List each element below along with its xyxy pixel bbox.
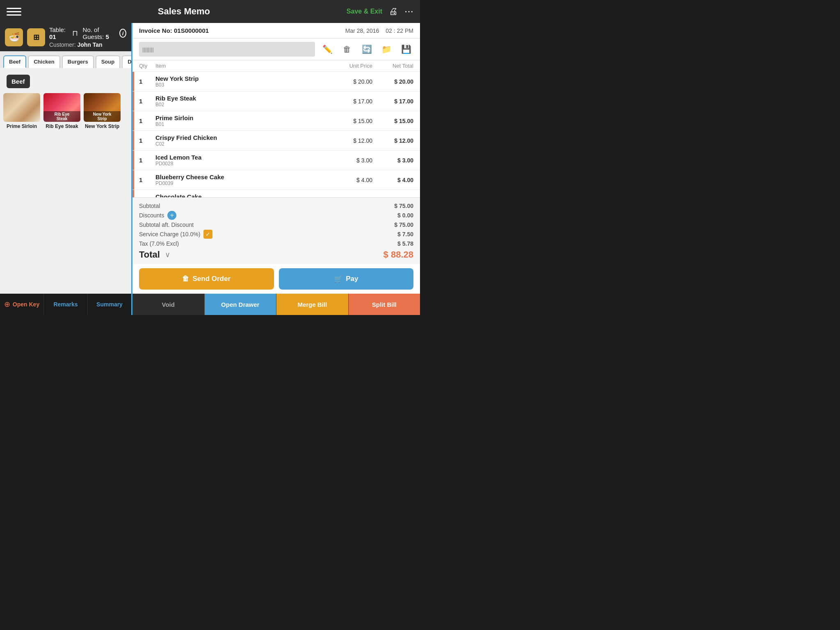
info-icon[interactable]: i — [119, 29, 126, 38]
tab-chicken[interactable]: Chicken — [28, 55, 60, 68]
total-row: Total ∨ $ 88.28 — [139, 249, 413, 260]
rib-eye-image: Rib EyeSteak — [43, 93, 80, 122]
merge-bill-label: Merge Bill — [297, 301, 327, 308]
menu-button[interactable] — [7, 8, 21, 16]
invoice-row-rib-eye[interactable]: 1 Rib Eye Steak B02 $ 17.00 $ 17.00 — [132, 91, 420, 111]
tax-row: Tax (7.0% Excl) $ 5.78 — [139, 240, 413, 248]
remarks-button[interactable]: Remarks — [44, 294, 88, 315]
food-item-rib-eye-steak[interactable]: Rib EyeSteak Rib Eye Steak — [43, 93, 80, 129]
prime-sirloin-name: Prime Sirloin — [7, 123, 37, 129]
left-panel: 🍜 ⊞ Table: 01 ⊓ No. of Guests: 5 i Custo… — [0, 23, 131, 315]
invoice-row-crispy-chicken[interactable]: 1 Crispy Fried Chicken C02 $ 12.00 $ 12.… — [132, 131, 420, 151]
qty-rib-eye: 1 — [139, 98, 155, 105]
save-exit-button[interactable]: Save & Exit — [347, 8, 382, 15]
total-value: $ 88.28 — [383, 249, 413, 260]
invoice-row-chocolate-cake[interactable]: 1 Chocolate Cake PD0038 $ 4.00 $ 4.00 — [132, 190, 420, 197]
invoice-row-blueberry-cake[interactable]: 1 Blueberry Cheese Cake PD0039 $ 4.00 $ … — [132, 170, 420, 190]
discounts-label: Discounts + — [139, 211, 176, 220]
subtotal-label: Subtotal — [139, 203, 160, 209]
food-item-new-york-strip[interactable]: New YorkStrip New York Strip — [84, 93, 121, 129]
qty-ny-strip: 1 — [139, 78, 155, 85]
price-crispy-chicken: $ 12.00 — [331, 137, 372, 144]
invoice-toolbar: ✏️ 🗑 🔄 📁 💾 — [132, 39, 420, 60]
guests-count: 5 — [105, 33, 109, 40]
folder-icon[interactable]: 📁 — [379, 42, 394, 57]
discounts-value: $ 0.00 — [397, 212, 413, 219]
open-key-label: Open Key — [13, 301, 39, 308]
price-iced-tea: $ 3.00 — [331, 157, 372, 164]
qty-chocolate-cake: 1 — [139, 196, 155, 197]
discounts-row: Discounts + $ 0.00 — [139, 210, 413, 221]
remarks-label: Remarks — [53, 301, 78, 308]
invoice-date: Mar 28, 2016 — [345, 27, 379, 34]
merge-bill-button[interactable]: Merge Bill — [276, 294, 349, 315]
guests-label: No. of Guests: 5 — [83, 26, 115, 40]
price-prime-sirloin: $ 15.00 — [331, 118, 372, 124]
add-discount-button[interactable]: + — [167, 211, 176, 220]
total-chevron-icon[interactable]: ∨ — [165, 250, 170, 259]
item-rib-eye: Rib Eye Steak B02 — [155, 95, 331, 107]
register-icon-small: ⊞ — [27, 28, 45, 46]
void-label: Void — [162, 301, 175, 308]
edit-icon[interactable]: ✏️ — [320, 42, 335, 57]
service-charge-label: Service Charge (10.0%) ✓ — [139, 230, 212, 239]
ny-strip-name: New York Strip — [85, 123, 119, 129]
price-rib-eye: $ 17.00 — [331, 98, 372, 105]
summary-label: Summary — [96, 301, 123, 308]
more-options-icon[interactable]: ⋯ — [404, 6, 413, 17]
qty-crispy-chicken: 1 — [139, 137, 155, 144]
barcode-input[interactable] — [139, 42, 315, 57]
void-button[interactable]: Void — [132, 294, 205, 315]
food-item-prime-sirloin[interactable]: Prime Sirloin — [3, 93, 40, 129]
pay-button[interactable]: 🛒 Pay — [279, 268, 414, 290]
left-footer: ⊕ Open Key Remarks Summary — [0, 294, 131, 315]
table-label: Table: 01 — [49, 26, 67, 40]
open-drawer-button[interactable]: Open Drawer — [205, 294, 277, 315]
table-number: 01 — [49, 33, 56, 40]
summary-button[interactable]: Summary — [88, 294, 131, 315]
current-category-label: Beef — [7, 75, 30, 88]
service-charge-checkbox[interactable]: ✓ — [203, 230, 212, 239]
total-chocolate-cake: $ 4.00 — [372, 196, 413, 198]
open-key-button[interactable]: ⊕ Open Key — [0, 294, 44, 315]
customer-name: John Tan — [77, 41, 102, 48]
item-column-header: Item — [155, 63, 331, 69]
ny-strip-overlay: New YorkStrip — [84, 111, 121, 122]
qty-prime-sirloin: 1 — [139, 117, 155, 124]
service-charge-row: Service Charge (10.0%) ✓ $ 7.50 — [139, 229, 413, 240]
invoice-row-prime-sirloin[interactable]: 1 Prime Sirloin B01 $ 15.00 $ 15.00 — [132, 111, 420, 131]
invoice-number-value: 01S0000001 — [174, 27, 209, 34]
tab-soup[interactable]: Soup — [96, 55, 121, 68]
delete-icon[interactable]: 🗑 — [340, 42, 354, 57]
register-icon[interactable]: 🖨 — [389, 6, 398, 17]
food-icon: 🍜 — [5, 28, 23, 46]
pay-label: Pay — [346, 275, 358, 283]
refresh-icon[interactable]: 🔄 — [359, 42, 374, 57]
tab-beef[interactable]: Beef — [3, 55, 26, 68]
open-key-icon: ⊕ — [4, 300, 10, 309]
item-chocolate-cake: Chocolate Cake PD0038 — [155, 193, 331, 197]
customer-row: Customer: John Tan — [49, 41, 126, 48]
total-rib-eye: $ 17.00 — [372, 98, 413, 105]
send-order-button[interactable]: 🗑 Send Order — [139, 268, 274, 290]
service-charge-value: $ 7.50 — [397, 231, 413, 237]
qty-iced-tea: 1 — [139, 157, 155, 164]
invoice-time: 02 : 22 PM — [386, 27, 413, 34]
subtotal-after-label: Subtotal aft. Discount — [139, 221, 194, 228]
invoice-row-iced-tea[interactable]: 1 Iced Lemon Tea PD0028 $ 3.00 $ 3.00 — [132, 151, 420, 170]
invoice-row-ny-strip[interactable]: 1 New York Strip B03 $ 20.00 $ 20.00 — [132, 72, 420, 91]
subtotal-row: Subtotal $ 75.00 — [139, 202, 413, 210]
summary-section: Subtotal $ 75.00 Discounts + $ 0.00 Subt… — [132, 197, 420, 264]
save-icon[interactable]: 💾 — [399, 42, 413, 57]
send-order-icon: 🗑 — [182, 275, 189, 283]
qty-blueberry-cake: 1 — [139, 176, 155, 183]
invoice-number: Invoice No: 01S0000001 — [139, 27, 209, 34]
app-title: Sales Memo — [21, 6, 347, 17]
send-order-label: Send Order — [192, 275, 231, 283]
item-iced-tea: Iced Lemon Tea PD0028 — [155, 154, 331, 167]
tab-burgers[interactable]: Burgers — [62, 55, 94, 68]
food-grid: Prime Sirloin Rib EyeSteak Rib Eye Steak… — [0, 91, 131, 294]
split-bill-button[interactable]: Split Bill — [349, 294, 420, 315]
item-crispy-chicken: Crispy Fried Chicken C02 — [155, 134, 331, 147]
unit-price-column-header: Unit Price — [331, 63, 372, 69]
